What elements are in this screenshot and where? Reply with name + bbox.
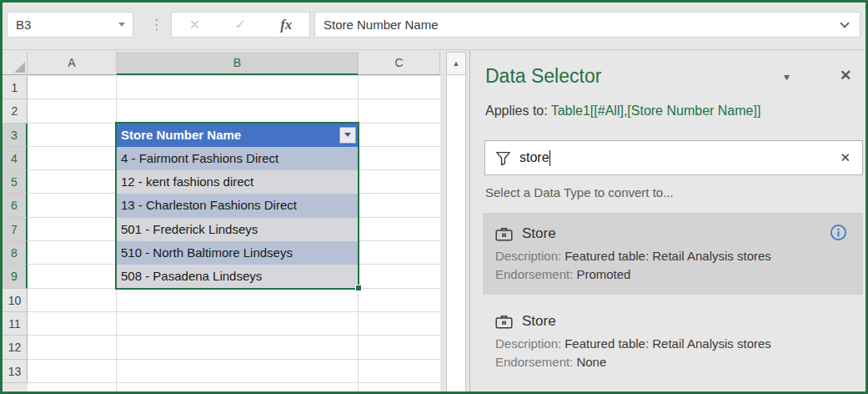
expand-formula-bar-icon[interactable] [840, 18, 849, 28]
formula-bar[interactable]: Store Number Name [314, 12, 860, 38]
table-row[interactable]: 13 - Charleston Fashions Direct [117, 194, 359, 217]
info-icon[interactable] [830, 224, 847, 241]
row-header-10[interactable]: 10 [3, 289, 28, 312]
pane-options-icon[interactable]: ▾ [784, 70, 790, 83]
table-row[interactable]: 12 - kent fashions direct [117, 170, 359, 194]
column-header-c[interactable]: C [359, 52, 440, 75]
table-row[interactable]: 510 - North Baltimore Lindseys [117, 241, 359, 265]
row-header-4[interactable]: 4 [3, 147, 28, 170]
row-header-1[interactable]: 1 [3, 76, 28, 99]
clear-search-icon[interactable]: ✕ [840, 150, 850, 165]
name-box[interactable]: B3 [7, 12, 133, 38]
excel-window: B3 ⋮ ✕ ✓ fx Store Number Name A B C 1 2 … [0, 0, 868, 394]
result-endorsement: Endorsement:Promoted [495, 267, 851, 281]
briefcase-icon [495, 314, 513, 330]
search-value: store [519, 150, 549, 165]
applies-to: Applies to:Table1[[#All],[Store Number N… [485, 104, 760, 119]
pane-title: Data Selector [485, 65, 601, 88]
data-selector-pane: Data Selector ▾ ✕ Applies to:Table1[[#Al… [469, 50, 868, 391]
result-title: Store [522, 313, 556, 330]
search-input[interactable]: store ✕ [484, 140, 863, 175]
briefcase-icon [495, 226, 513, 242]
row-header-8[interactable]: 8 [3, 241, 28, 265]
scroll-up-icon[interactable]: ▲ [446, 52, 466, 75]
table-header-cell[interactable]: Store Number Name [117, 124, 359, 147]
excel-table: Store Number Name 4 - Fairmont Fashions … [117, 124, 359, 289]
data-type-prompt: Select a Data Type to convert to... [485, 185, 674, 200]
result-title: Store [522, 225, 556, 242]
row-header-13[interactable]: 13 [3, 360, 28, 383]
column-header-b[interactable]: B [117, 52, 359, 75]
table-row[interactable]: 4 - Fairmont Fashions Direct [117, 147, 359, 170]
formula-buttons: ✕ ✓ fx [171, 12, 310, 38]
result-description: Description:Featured table: Retail Analy… [495, 249, 851, 263]
row-header-6[interactable]: 6 [3, 194, 28, 217]
cancel-icon[interactable]: ✕ [189, 17, 200, 33]
row-headers: 1 2 3 4 5 6 7 8 9 10 11 12 13 [3, 76, 28, 383]
row-header-11[interactable]: 11 [3, 312, 28, 336]
formula-bar-strip: B3 ⋮ ✕ ✓ fx Store Number Name [3, 3, 865, 50]
data-type-result-store-none[interactable]: Store Description:Featured table: Retail… [483, 301, 863, 382]
row-header-5[interactable]: 5 [3, 170, 28, 194]
pane-close-icon[interactable]: ✕ [840, 67, 851, 84]
formula-bar-value: Store Number Name [315, 18, 841, 32]
row-header-3[interactable]: 3 [3, 124, 28, 147]
row-header-12[interactable]: 12 [3, 336, 28, 359]
fill-handle[interactable] [355, 285, 362, 291]
name-box-dropdown-icon[interactable] [118, 23, 125, 27]
column-header-a[interactable]: A [28, 52, 117, 75]
filter-dropdown-button[interactable] [339, 127, 356, 144]
name-box-value: B3 [8, 18, 118, 32]
select-all-icon [14, 62, 25, 73]
worksheet-grid: A B C 1 2 3 4 5 6 7 8 9 10 11 12 13 Stor… [3, 50, 464, 391]
text-cursor [549, 150, 550, 166]
filter-icon [495, 150, 511, 166]
vertical-scrollbar[interactable]: ▲ [446, 52, 466, 391]
table-row[interactable]: 501 - Frederick Lindseys [117, 218, 359, 241]
filter-caret-icon [344, 133, 351, 137]
table-header-label: Store Number Name [121, 128, 241, 142]
row-header-9[interactable]: 9 [3, 265, 28, 288]
data-type-result-store-promoted[interactable]: Store Description:Featured table: Retail… [483, 213, 863, 295]
insert-function-button[interactable]: fx [280, 17, 292, 33]
select-all-button[interactable] [3, 52, 28, 75]
row-header-7[interactable]: 7 [3, 218, 28, 241]
row-header-2[interactable]: 2 [3, 99, 28, 123]
applies-to-reference: Table1[[#All],[Store Number Name]] [551, 104, 761, 118]
grip-dots-icon[interactable]: ⋮ [149, 9, 163, 41]
cell-area[interactable]: Store Number Name 4 - Fairmont Fashions … [28, 76, 440, 391]
applies-to-label: Applies to: [485, 104, 548, 118]
result-description: Description:Featured table: Retail Analy… [495, 336, 851, 351]
table-row[interactable]: 508 - Pasadena Lindseys [117, 265, 359, 288]
enter-icon[interactable]: ✓ [234, 17, 245, 33]
result-endorsement: Endorsement:None [495, 355, 851, 369]
